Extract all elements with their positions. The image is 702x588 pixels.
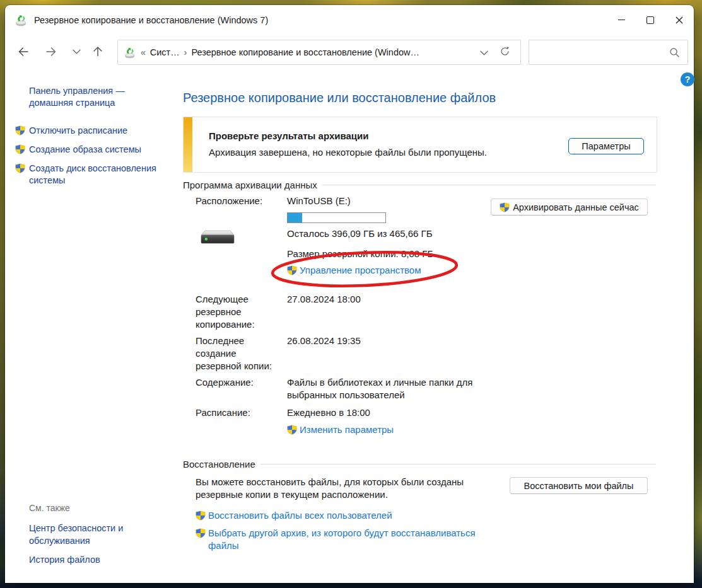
- forward-button[interactable]: [40, 41, 62, 62]
- uac-shield-icon: [196, 510, 206, 521]
- sidebar-item-label: Отключить расписание: [29, 125, 127, 137]
- chevron-down-icon: [73, 49, 81, 54]
- backup-result-banner: Проверьте результаты архивации Архивация…: [183, 117, 657, 173]
- minimize-button[interactable]: [607, 5, 636, 35]
- backup-app-icon[interactable]: [15, 14, 28, 26]
- options-button[interactable]: Параметры: [568, 138, 644, 154]
- section-rule: [322, 185, 656, 185]
- next-backup-label: Следующее резервное копирование:: [196, 293, 283, 331]
- change-settings-link[interactable]: Изменить параметры: [287, 424, 394, 436]
- sidebar-item-label: Создать диск восстановления системы: [29, 163, 172, 187]
- breadcrumb-separator: ›: [184, 47, 187, 57]
- window-controls: [607, 5, 694, 35]
- uac-shield-icon: [15, 125, 25, 135]
- restore-my-files-button[interactable]: Восстановить мои файлы: [510, 477, 648, 494]
- refresh-icon: [500, 46, 510, 57]
- schedule-label: Расписание:: [196, 406, 283, 419]
- uac-shield-icon: [287, 265, 297, 275]
- maximize-button[interactable]: [636, 5, 665, 35]
- see-also-heading: См. также: [29, 503, 70, 513]
- sidebar-item-security-maintenance-center[interactable]: Центр безопасности и обслуживания: [29, 522, 158, 547]
- uac-shield-icon: [15, 144, 25, 154]
- banner-title: Проверьте результаты архивации: [209, 130, 368, 141]
- back-button[interactable]: [13, 41, 34, 62]
- banner-yellow-stripe: [184, 117, 192, 172]
- manage-space-link[interactable]: Управление пространством: [287, 264, 421, 277]
- uac-shield-icon: [500, 202, 510, 212]
- help-button[interactable]: ?: [681, 72, 694, 86]
- minimize-icon: [618, 20, 625, 20]
- address-bar[interactable]: « Сист… › Резервное копирование и восста…: [117, 40, 521, 65]
- refresh-button[interactable]: [500, 46, 520, 59]
- choose-other-backup-link[interactable]: Выбрать другой архив, из которого будут …: [196, 527, 497, 552]
- chevron-down-icon: [480, 50, 488, 55]
- space-remaining-text: Осталось 396,09 ГБ из 465,66 ГБ: [287, 228, 433, 240]
- contents-value: Файлы в библиотеках и личные папки для в…: [287, 376, 489, 401]
- up-button[interactable]: [87, 41, 108, 62]
- uac-shield-icon: [196, 528, 206, 538]
- last-backup-value: 26.08.2024 19:35: [287, 335, 361, 347]
- backup-section-header: Программа архивации данных: [183, 180, 656, 190]
- page-title: Резервное копирование или восстановление…: [183, 91, 496, 105]
- restore-description: Вы можете восстановить файлы, для которы…: [196, 476, 492, 501]
- title-bar: Резервное копирование и восстановление (…: [5, 5, 694, 35]
- breadcrumb-current[interactable]: Резервное копирование и восстановление (…: [191, 47, 419, 57]
- progress-fill: [288, 213, 302, 222]
- up-arrow-icon: [91, 45, 104, 58]
- uac-shield-icon: [15, 163, 25, 173]
- close-icon: [676, 16, 683, 24]
- backup-restore-window: Резервное копирование и восстановление (…: [5, 5, 694, 583]
- maximize-icon: [646, 16, 654, 24]
- sidebar-item-label: Создание образа системы: [29, 144, 141, 156]
- help-question-icon: ?: [685, 74, 691, 84]
- window-title: Резервное копирование и восстановление (…: [34, 15, 268, 25]
- backup-size-text: Размер резервной копии: 8,08 ГБ: [287, 248, 433, 260]
- breadcrumb-system[interactable]: Сист…: [150, 47, 180, 57]
- sidebar-item-control-panel-home[interactable]: Панель управления — домашняя страница: [29, 85, 158, 109]
- breadcrumb-chevrons: «: [141, 47, 146, 57]
- recent-locations-button[interactable]: [66, 41, 87, 62]
- restore-section-title: Восстановление: [183, 459, 255, 470]
- change-settings-link-label: Изменить параметры: [300, 424, 394, 436]
- close-button[interactable]: [665, 5, 694, 35]
- disk-usage-progressbar: [287, 212, 386, 223]
- hard-drive-icon: [201, 227, 235, 247]
- choose-other-backup-link-label: Выбрать другой архив, из которого будут …: [208, 527, 492, 552]
- search-input[interactable]: [529, 40, 669, 64]
- location-label: Расположение:: [196, 195, 283, 207]
- back-arrow-icon: [17, 45, 30, 58]
- sidebar-item-create-recovery-disc[interactable]: Создать диск восстановления системы: [15, 163, 172, 187]
- backup-app-icon-small: [124, 47, 136, 59]
- location-value: WinToUSB (E:): [287, 195, 351, 207]
- sidebar-item-file-history[interactable]: История файлов: [29, 553, 158, 566]
- sidebar-item-create-system-image[interactable]: Создание образа системы: [15, 144, 167, 156]
- uac-shield-icon: [287, 425, 297, 435]
- backup-section-title: Программа архивации данных: [183, 180, 317, 190]
- schedule-value: Ежедневно в 18:00: [287, 406, 370, 419]
- next-backup-value: 27.08.2024 18:00: [287, 293, 361, 306]
- navigation-toolbar: « Сист… › Резервное копирование и восста…: [5, 35, 694, 70]
- section-rule: [260, 464, 656, 464]
- address-dropdown-button[interactable]: [469, 47, 500, 57]
- restore-all-users-link-label: Восстановить файлы всех пользователей: [208, 509, 392, 522]
- sidebar-item-turn-off-schedule[interactable]: Отключить расписание: [15, 125, 167, 137]
- last-backup-label: Последнее создание резервной копии:: [196, 335, 283, 372]
- contents-label: Содержание:: [196, 376, 283, 389]
- search-icon: [669, 47, 680, 58]
- backup-now-button-label: Архивировать данные сейчас: [513, 202, 639, 212]
- restore-all-users-link[interactable]: Восстановить файлы всех пользователей: [196, 509, 392, 522]
- banner-message: Архивация завершена, но некоторые файлы …: [209, 147, 487, 158]
- forward-arrow-icon: [45, 45, 57, 58]
- search-box[interactable]: [529, 40, 688, 65]
- manage-space-link-label: Управление пространством: [300, 264, 421, 277]
- backup-now-button[interactable]: Архивировать данные сейчас: [491, 199, 648, 216]
- restore-section-header: Восстановление: [183, 459, 656, 470]
